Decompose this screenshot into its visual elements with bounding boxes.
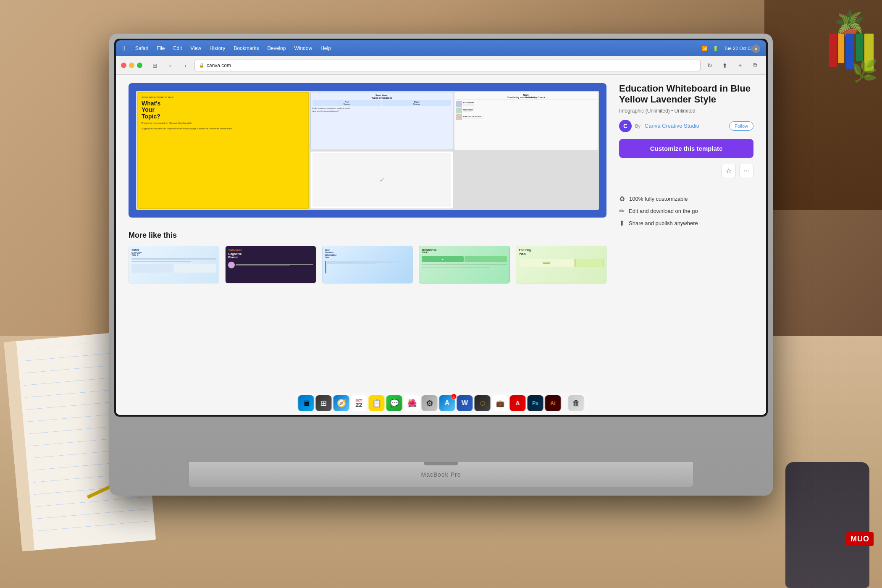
template-thumb-3[interactable]: YourTimelineInfographicTitle (322, 246, 413, 284)
dock-settings[interactable]: ⚙ (422, 395, 438, 411)
template-preview-area: RESEARCH SOURCE MAP What'sYourTopic? Pre… (129, 83, 606, 407)
template-main-preview: RESEARCH SOURCE MAP What'sYourTopic? Pre… (129, 83, 606, 218)
feature-text-1: 100% fully customizable (629, 196, 688, 202)
menu-help[interactable]: Help (320, 45, 331, 51)
main-yellow-cell: RESEARCH SOURCE MAP What'sYourTopic? Pre… (137, 92, 309, 209)
fullscreen-button[interactable] (137, 63, 142, 68)
feature-text-3: Share and publish anywhere (629, 220, 698, 226)
dock-illustrator[interactable]: Ai (545, 395, 561, 411)
dock-photos[interactable]: 🌺 (404, 395, 420, 411)
tab-overview-button[interactable]: ⧉ (749, 60, 761, 71)
menu-view[interactable]: View (190, 45, 201, 51)
dock-appstore[interactable]: A 1 (439, 395, 455, 411)
appstore-badge: 1 (451, 394, 457, 399)
dock-trash[interactable]: 🗑 (568, 395, 584, 411)
dock-acrobat[interactable]: A (510, 395, 526, 411)
close-button[interactable] (121, 63, 126, 68)
safari-toolbar: ⊞ ‹ › 🔒 canva.com ↻ ⬆ + ⧉ (116, 56, 766, 75)
share-button[interactable]: ⬆ (719, 60, 731, 71)
start-here-title: Start Here:Types of Sources (312, 94, 452, 99)
cell-description: Prepare for your research by filling out… (142, 122, 305, 130)
address-bar[interactable]: 🔒 canva.com (194, 60, 701, 71)
muo-badge: MUO (846, 532, 874, 546)
templates-grid: YOURCATCHYTITLE (129, 246, 606, 284)
thumb4-title: INFOGRAPHICTITLE (422, 249, 507, 254)
sidebar-toggle[interactable]: ⊞ (149, 60, 161, 71)
template-thumb-5[interactable]: The DigPlan (516, 246, 606, 284)
new-tab-button[interactable]: + (734, 60, 746, 71)
star-button[interactable]: ☆ (722, 164, 736, 178)
feature-text-2: Edit and download on the go (629, 208, 698, 214)
dock: 🖥 ⊞ 🧭 OCT 22 📋 (294, 393, 589, 413)
thumb1-title: YOURCATCHYTITLE (131, 249, 216, 257)
menu-edit[interactable]: Edit (173, 45, 182, 51)
minimize-button[interactable] (129, 63, 134, 68)
cell-big-title: What'sYourTopic? (142, 100, 305, 120)
share-icon: ⬆ (619, 219, 625, 227)
apple-menu[interactable]:  (123, 45, 125, 52)
reload-button[interactable]: ↻ (704, 60, 716, 71)
start-here-desc: Books, magazines, newspapers, academic r… (312, 107, 452, 109)
template-thumb-2[interactable]: Your brain on CognitiveBiases (225, 246, 316, 284)
menu-bar:  Safari File Edit View History Bookmark… (116, 40, 766, 56)
menu-safari[interactable]: Safari (135, 45, 148, 51)
canva-content: RESEARCH SOURCE MAP What'sYourTopic? Pre… (116, 75, 766, 415)
cell-label-text: RESEARCH SOURCE MAP (142, 96, 305, 99)
template-thumb-4[interactable]: INFOGRAPHICTITLE ▲ (419, 246, 509, 284)
battery-icon: 🔋 (713, 46, 719, 51)
thumb2-title: CognitiveBiases (228, 252, 313, 259)
start-here-desc2: What type of resource will you use? (312, 110, 452, 112)
thumb3-title: YourTimelineInfographicTitle (325, 249, 410, 259)
dock-divider (564, 396, 565, 411)
menu-bookmarks[interactable]: Bookmarks (234, 45, 259, 51)
customize-button[interactable]: Customize this template (619, 139, 753, 158)
forward-button[interactable]: › (179, 60, 191, 71)
dock-launchpad[interactable]: ⊞ (316, 395, 332, 411)
template-title: Education Whiteboard in Blue Yellow Lave… (619, 83, 753, 105)
more-like-this: More like this YOURCATCHYTITLE (129, 224, 606, 284)
print-sources: PrintSources (312, 100, 381, 106)
dock-photoshop[interactable]: Ps (528, 395, 543, 411)
author-avatar: C (619, 120, 632, 132)
macbook-notch (424, 462, 458, 465)
menu-history[interactable]: History (210, 45, 225, 51)
menu-develop[interactable]: Develop (267, 45, 286, 51)
feature-item-3: ⬆ Share and publish anywhere (619, 219, 753, 227)
menu-bar-right: 📶 🔋 Tue 22 Oct 03:57 (702, 46, 759, 51)
bottom-middle-cell: ✓ (310, 151, 454, 209)
macbook-label: MacBook Pro (189, 471, 693, 478)
wifi-icon: 📶 (702, 46, 708, 51)
credibility-cell: Next:Credibility and Reliability Check A… (454, 92, 598, 150)
dock-notes[interactable]: 📋 (369, 395, 385, 411)
menu-window[interactable]: Window (294, 45, 312, 51)
action-icons: ☆ ··· (619, 164, 753, 178)
dock-word[interactable]: W (457, 395, 473, 411)
template-thumb-1[interactable]: YOURCATCHYTITLE (129, 246, 219, 284)
macos-screen:  Safari File Edit View History Bookmark… (116, 40, 766, 415)
section-title: More like this (129, 224, 606, 240)
traffic-lights (121, 63, 142, 68)
customizable-icon: ♻ (619, 195, 625, 203)
dock-finder[interactable]: 🖥 (298, 395, 314, 411)
feature-item-1: ♻ 100% fully customizable (619, 195, 753, 203)
features-list: ♻ 100% fully customizable ✏ Edit and dow… (619, 195, 753, 227)
macbook-base: MacBook Pro (189, 462, 693, 487)
author-row: C By Canva Creative Studio Follow (619, 120, 753, 132)
dock-messages[interactable]: 💬 (386, 395, 402, 411)
dock-slack[interactable]: 💼 (492, 395, 508, 411)
dock-resolve[interactable]: ⬡ (475, 395, 491, 411)
plant2: 🌿 (852, 59, 878, 83)
more-options-button[interactable]: ··· (739, 164, 753, 178)
browser-content: RESEARCH SOURCE MAP What'sYourTopic? Pre… (116, 75, 766, 415)
dock-safari[interactable]: 🧭 (333, 395, 349, 411)
author-name[interactable]: Canva Creative Studio (645, 123, 726, 129)
dock-calendar[interactable]: OCT 22 (351, 395, 367, 411)
start-here-cell: Start Here:Types of Sources PrintSources… (310, 92, 454, 150)
back-button[interactable]: ‹ (164, 60, 176, 71)
thumb2-subtitle: Your brain on (228, 249, 313, 251)
macbook:  Safari File Edit View History Bookmark… (109, 34, 773, 496)
thumb5-title: The DigPlan (519, 249, 604, 256)
follow-button[interactable]: Follow (729, 121, 753, 131)
lock-icon: 🔒 (199, 63, 204, 68)
menu-file[interactable]: File (157, 45, 165, 51)
